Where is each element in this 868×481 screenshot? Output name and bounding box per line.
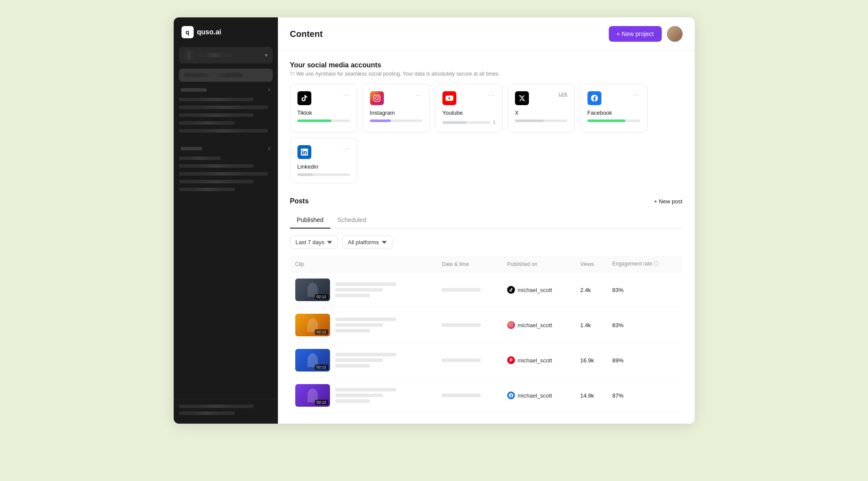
col-published-on: Published on	[502, 256, 575, 272]
shield-icon: 🛡	[290, 71, 295, 76]
logo-icon: q	[182, 26, 194, 38]
youtube-menu-icon[interactable]: ···	[488, 91, 495, 98]
engagement-cell-2: 83%	[607, 308, 683, 343]
views-cell-2: 1.4k	[575, 308, 607, 343]
views-cell-1: 2.4k	[575, 272, 607, 308]
linkedin-status-fill	[297, 173, 313, 176]
clip-meta-2	[335, 318, 396, 332]
clip-subtitle-3	[335, 358, 383, 362]
clip-cell-1: 02:12	[290, 272, 437, 308]
video-thumb-3: 02:12	[295, 349, 330, 372]
x-link-text[interactable]: Link	[558, 91, 567, 96]
social-card-instagram: ··· Instagram	[363, 84, 430, 133]
sidebar-item-content[interactable]	[179, 69, 273, 82]
tab-published[interactable]: Published	[290, 212, 331, 229]
nav-item-1	[179, 98, 254, 101]
linkedin-menu-icon[interactable]: ···	[343, 145, 350, 152]
date-value-2	[442, 323, 481, 327]
nav-item-7	[179, 164, 254, 168]
instagram-status-fill	[370, 119, 391, 122]
date-filter-dropdown[interactable]: Last 7 days	[290, 236, 338, 249]
facebook-status-fill	[587, 119, 625, 122]
clip-content-2: 02:12	[295, 314, 432, 336]
platform-instagram-icon-2	[507, 321, 515, 329]
youtube-status-bar	[442, 121, 491, 124]
posts-filters: Last 7 days All platforms	[290, 236, 683, 249]
clip-content-1: 02:12	[295, 279, 432, 301]
new-post-button[interactable]: + New post	[654, 198, 682, 205]
clip-subtitle-1	[335, 288, 383, 292]
sidebar-bottom-item-2	[179, 411, 235, 415]
workspace-icon	[184, 50, 194, 60]
table-row: 02:12	[290, 343, 683, 378]
social-accounts-title: Your social media accounts	[290, 61, 683, 69]
facebook-menu-icon[interactable]: ···	[634, 91, 640, 98]
posts-section: Posts + New post Published Scheduled Las…	[290, 197, 683, 413]
new-project-button[interactable]: + New project	[609, 26, 662, 42]
dropdown-left	[184, 50, 232, 60]
instagram-card-header: ···	[370, 91, 422, 105]
youtube-info-icon: ℹ	[493, 119, 495, 125]
tab-scheduled[interactable]: Scheduled	[330, 212, 373, 229]
tiktok-name: Tiktok	[297, 109, 350, 116]
youtube-card-header: ···	[442, 91, 495, 105]
social-accounts-section: Your social media accounts 🛡 We use Ayrs…	[290, 61, 683, 183]
platform-facebook-icon-4	[507, 391, 515, 399]
platform-filter-chevron-icon	[382, 240, 387, 245]
clip-cell-4: 02:12	[290, 378, 437, 413]
clip-date-3	[335, 364, 370, 368]
content-area: Your social media accounts 🛡 We use Ayrs…	[278, 51, 695, 424]
section-chevron-1[interactable]: ∧	[267, 87, 271, 93]
clip-title-4	[335, 388, 396, 391]
video-thumb-4: 02:12	[295, 384, 330, 407]
top-header: Content + New project	[278, 17, 695, 51]
page-title: Content	[290, 29, 323, 39]
x-card-header: Link	[515, 91, 568, 105]
published-on-cell-4: michael_scott	[502, 378, 575, 413]
thumb-duration-1: 02:12	[315, 294, 328, 299]
section-chevron-2[interactable]: ∧	[267, 146, 271, 151]
tiktok-status-bar	[297, 119, 350, 122]
clip-cell-3: 02:12	[290, 343, 437, 378]
date-value-1	[442, 288, 481, 292]
clip-date-1	[335, 294, 370, 297]
posts-title: Posts	[290, 197, 309, 205]
x-name: X	[515, 109, 568, 116]
thumb-duration-3: 02:12	[315, 365, 328, 370]
instagram-name: Instagram	[370, 109, 422, 116]
sidebar-bottom-item-1	[179, 405, 254, 408]
logo-text: quso.ai	[197, 28, 221, 36]
platform-filter-dropdown[interactable]: All platforms	[342, 236, 393, 249]
col-views: Views	[575, 256, 607, 272]
clip-meta-4	[335, 388, 396, 403]
posts-table: Clip Date & time Published on Views Enga…	[290, 256, 683, 413]
youtube-name: Youtube	[442, 109, 495, 116]
table-body: 02:12	[290, 272, 683, 413]
facebook-status-bar	[587, 119, 640, 122]
workspace-dropdown[interactable]: ▾	[179, 47, 273, 63]
username-1: michael_scott	[518, 287, 552, 293]
date-value-3	[442, 358, 481, 362]
nav-item-5	[179, 129, 268, 133]
datetime-cell-1	[436, 272, 502, 308]
username-3: michael_scott	[518, 357, 552, 364]
nav-item-2	[179, 106, 268, 109]
social-card-facebook: ··· Facebook	[580, 84, 647, 133]
nav-item-6	[179, 156, 221, 160]
instagram-menu-icon[interactable]: ···	[416, 91, 422, 98]
nav-item-4	[179, 121, 235, 125]
tiktok-menu-icon[interactable]: ···	[343, 91, 350, 98]
views-cell-3: 16.9k	[575, 343, 607, 378]
social-accounts-subtitle: 🛡 We use Ayrshare for seamless social po…	[290, 71, 683, 77]
datetime-cell-3	[436, 343, 502, 378]
video-thumb-1: 02:12	[295, 279, 330, 301]
clip-subtitle-2	[335, 323, 383, 327]
clip-subtitle-4	[335, 394, 383, 397]
table-row: 02:12	[290, 308, 683, 343]
clip-content-3: 02:12	[295, 349, 432, 372]
facebook-card-header: ···	[587, 91, 640, 105]
sidebar-logo: q quso.ai	[174, 17, 278, 47]
main-content: Content + New project Your social media …	[278, 17, 695, 424]
avatar[interactable]	[667, 26, 683, 42]
published-on-cell-3: P michael_scott	[502, 343, 575, 378]
